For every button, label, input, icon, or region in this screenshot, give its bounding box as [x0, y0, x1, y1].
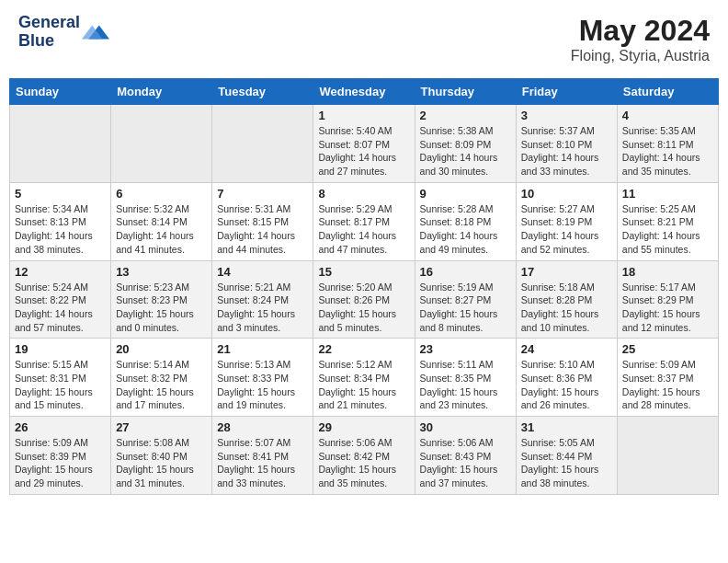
day-info: Sunrise: 5:35 AM Sunset: 8:11 PM Dayligh…	[622, 124, 713, 178]
calendar-cell: 21Sunrise: 5:13 AM Sunset: 8:33 PM Dayli…	[212, 339, 313, 417]
calendar-cell: 5Sunrise: 5:34 AM Sunset: 8:13 PM Daylig…	[10, 182, 111, 260]
weekday-header-wednesday: Wednesday	[313, 79, 415, 105]
calendar-cell: 2Sunrise: 5:38 AM Sunset: 8:09 PM Daylig…	[415, 105, 516, 183]
calendar-cell: 6Sunrise: 5:32 AM Sunset: 8:14 PM Daylig…	[111, 182, 212, 260]
day-info: Sunrise: 5:32 AM Sunset: 8:14 PM Dayligh…	[116, 202, 207, 257]
day-info: Sunrise: 5:23 AM Sunset: 8:23 PM Dayligh…	[116, 281, 207, 335]
weekday-header-row: SundayMondayTuesdayWednesdayThursdayFrid…	[10, 79, 719, 105]
calendar-cell: 1Sunrise: 5:40 AM Sunset: 8:07 PM Daylig…	[313, 105, 415, 183]
day-info: Sunrise: 5:07 AM Sunset: 8:41 PM Dayligh…	[217, 436, 308, 490]
day-info: Sunrise: 5:38 AM Sunset: 8:09 PM Dayligh…	[420, 124, 511, 178]
day-number: 10	[521, 187, 612, 201]
day-info: Sunrise: 5:13 AM Sunset: 8:33 PM Dayligh…	[217, 358, 308, 412]
day-number: 20	[116, 342, 207, 356]
weekday-header-thursday: Thursday	[415, 79, 516, 105]
logo-icon	[82, 18, 109, 46]
day-info: Sunrise: 5:12 AM Sunset: 8:34 PM Dayligh…	[318, 358, 409, 412]
day-info: Sunrise: 5:09 AM Sunset: 8:37 PM Dayligh…	[622, 358, 713, 412]
calendar-week-row: 1Sunrise: 5:40 AM Sunset: 8:07 PM Daylig…	[10, 105, 719, 183]
calendar-cell	[212, 105, 313, 183]
day-number: 15	[318, 265, 409, 279]
day-number: 7	[217, 187, 308, 201]
calendar-cell: 7Sunrise: 5:31 AM Sunset: 8:15 PM Daylig…	[212, 182, 313, 260]
day-number: 8	[318, 187, 409, 201]
day-number: 17	[521, 265, 612, 279]
day-number: 29	[318, 420, 409, 434]
day-info: Sunrise: 5:06 AM Sunset: 8:42 PM Dayligh…	[318, 436, 409, 490]
day-number: 4	[622, 109, 713, 122]
calendar-cell: 10Sunrise: 5:27 AM Sunset: 8:19 PM Dayli…	[516, 182, 617, 260]
calendar-table: SundayMondayTuesdayWednesdayThursdayFrid…	[9, 78, 719, 495]
calendar-cell: 16Sunrise: 5:19 AM Sunset: 8:27 PM Dayli…	[415, 260, 516, 339]
calendar-cell	[10, 105, 111, 183]
day-info: Sunrise: 5:11 AM Sunset: 8:35 PM Dayligh…	[420, 358, 511, 412]
day-info: Sunrise: 5:25 AM Sunset: 8:21 PM Dayligh…	[622, 202, 713, 257]
calendar-cell: 14Sunrise: 5:21 AM Sunset: 8:24 PM Dayli…	[212, 260, 313, 339]
calendar-cell: 26Sunrise: 5:09 AM Sunset: 8:39 PM Dayli…	[10, 417, 111, 495]
calendar-week-row: 19Sunrise: 5:15 AM Sunset: 8:31 PM Dayli…	[10, 339, 719, 417]
calendar-cell: 19Sunrise: 5:15 AM Sunset: 8:31 PM Dayli…	[10, 339, 111, 417]
day-number: 13	[116, 265, 207, 279]
day-number: 14	[217, 265, 308, 279]
calendar-cell: 3Sunrise: 5:37 AM Sunset: 8:10 PM Daylig…	[516, 105, 617, 183]
calendar-cell: 29Sunrise: 5:06 AM Sunset: 8:42 PM Dayli…	[313, 417, 415, 495]
calendar-week-row: 26Sunrise: 5:09 AM Sunset: 8:39 PM Dayli…	[10, 417, 719, 495]
day-number: 27	[116, 420, 207, 434]
logo: General Blue	[18, 14, 109, 51]
day-number: 11	[622, 187, 713, 201]
calendar-cell: 15Sunrise: 5:20 AM Sunset: 8:26 PM Dayli…	[313, 260, 415, 339]
title-block: May 2024 Floing, Styria, Austria	[571, 14, 710, 64]
day-info: Sunrise: 5:40 AM Sunset: 8:07 PM Dayligh…	[318, 124, 409, 178]
day-info: Sunrise: 5:19 AM Sunset: 8:27 PM Dayligh…	[420, 281, 511, 335]
day-number: 31	[521, 420, 612, 434]
calendar-cell: 4Sunrise: 5:35 AM Sunset: 8:11 PM Daylig…	[617, 105, 718, 183]
day-info: Sunrise: 5:10 AM Sunset: 8:36 PM Dayligh…	[521, 358, 612, 412]
month-title: May 2024	[571, 14, 710, 48]
calendar-cell: 30Sunrise: 5:06 AM Sunset: 8:43 PM Dayli…	[415, 417, 516, 495]
page-header: General Blue May 2024 Floing, Styria, Au…	[9, 9, 719, 69]
calendar-cell: 28Sunrise: 5:07 AM Sunset: 8:41 PM Dayli…	[212, 417, 313, 495]
day-number: 5	[15, 187, 106, 201]
day-info: Sunrise: 5:08 AM Sunset: 8:40 PM Dayligh…	[116, 436, 207, 490]
day-number: 26	[15, 420, 106, 434]
calendar-cell: 12Sunrise: 5:24 AM Sunset: 8:22 PM Dayli…	[10, 260, 111, 339]
logo-text: General Blue	[18, 14, 80, 51]
calendar-cell: 9Sunrise: 5:28 AM Sunset: 8:18 PM Daylig…	[415, 182, 516, 260]
calendar-cell: 31Sunrise: 5:05 AM Sunset: 8:44 PM Dayli…	[516, 417, 617, 495]
day-info: Sunrise: 5:31 AM Sunset: 8:15 PM Dayligh…	[217, 202, 308, 257]
day-number: 30	[420, 420, 511, 434]
day-number: 21	[217, 342, 308, 356]
weekday-header-friday: Friday	[516, 79, 617, 105]
day-info: Sunrise: 5:06 AM Sunset: 8:43 PM Dayligh…	[420, 436, 511, 490]
calendar-cell: 22Sunrise: 5:12 AM Sunset: 8:34 PM Dayli…	[313, 339, 415, 417]
day-number: 24	[521, 342, 612, 356]
calendar-cell: 13Sunrise: 5:23 AM Sunset: 8:23 PM Dayli…	[111, 260, 212, 339]
calendar-cell: 25Sunrise: 5:09 AM Sunset: 8:37 PM Dayli…	[617, 339, 718, 417]
day-info: Sunrise: 5:09 AM Sunset: 8:39 PM Dayligh…	[15, 436, 106, 490]
day-number: 22	[318, 342, 409, 356]
day-number: 28	[217, 420, 308, 434]
day-info: Sunrise: 5:27 AM Sunset: 8:19 PM Dayligh…	[521, 202, 612, 257]
day-info: Sunrise: 5:29 AM Sunset: 8:17 PM Dayligh…	[318, 202, 409, 257]
weekday-header-sunday: Sunday	[10, 79, 111, 105]
calendar-cell: 24Sunrise: 5:10 AM Sunset: 8:36 PM Dayli…	[516, 339, 617, 417]
day-number: 9	[420, 187, 511, 201]
day-info: Sunrise: 5:17 AM Sunset: 8:29 PM Dayligh…	[622, 281, 713, 335]
day-info: Sunrise: 5:24 AM Sunset: 8:22 PM Dayligh…	[15, 281, 106, 335]
calendar-cell: 18Sunrise: 5:17 AM Sunset: 8:29 PM Dayli…	[617, 260, 718, 339]
day-info: Sunrise: 5:20 AM Sunset: 8:26 PM Dayligh…	[318, 281, 409, 335]
calendar-week-row: 12Sunrise: 5:24 AM Sunset: 8:22 PM Dayli…	[10, 260, 719, 339]
day-number: 6	[116, 187, 207, 201]
calendar-cell: 17Sunrise: 5:18 AM Sunset: 8:28 PM Dayli…	[516, 260, 617, 339]
calendar-cell: 27Sunrise: 5:08 AM Sunset: 8:40 PM Dayli…	[111, 417, 212, 495]
calendar-cell: 11Sunrise: 5:25 AM Sunset: 8:21 PM Dayli…	[617, 182, 718, 260]
weekday-header-tuesday: Tuesday	[212, 79, 313, 105]
day-number: 2	[420, 109, 511, 122]
day-number: 18	[622, 265, 713, 279]
calendar-cell	[617, 417, 718, 495]
day-info: Sunrise: 5:18 AM Sunset: 8:28 PM Dayligh…	[521, 281, 612, 335]
calendar-cell: 23Sunrise: 5:11 AM Sunset: 8:35 PM Dayli…	[415, 339, 516, 417]
day-number: 1	[318, 109, 409, 122]
day-number: 23	[420, 342, 511, 356]
weekday-header-saturday: Saturday	[617, 79, 718, 105]
